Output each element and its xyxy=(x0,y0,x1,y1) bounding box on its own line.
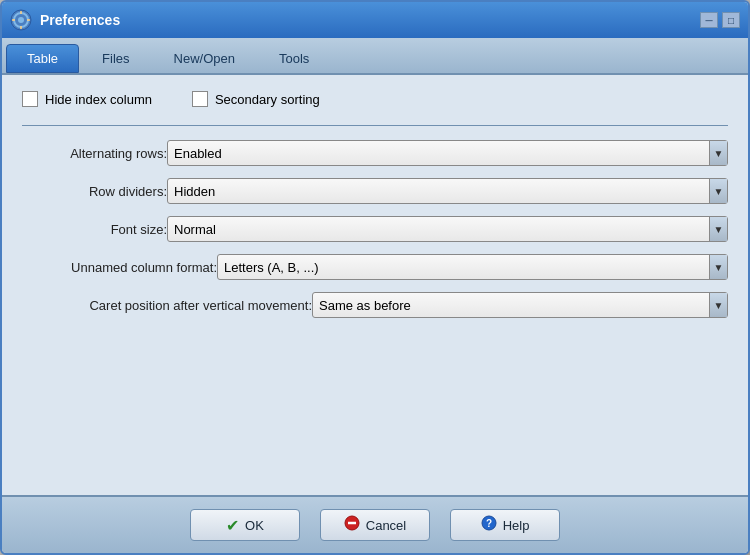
secondary-sorting-checkbox-item[interactable]: Secondary sorting xyxy=(192,91,320,107)
secondary-sorting-label: Secondary sorting xyxy=(215,92,320,107)
ok-label: OK xyxy=(245,518,264,533)
caret-position-select[interactable]: Same as before ▼ xyxy=(312,292,728,318)
unnamed-column-arrow: ▼ xyxy=(709,255,727,279)
row-dividers-select[interactable]: Hidden ▼ xyxy=(167,178,728,204)
tab-bar: Table Files New/Open Tools xyxy=(2,38,748,75)
hide-index-checkbox[interactable] xyxy=(22,91,38,107)
maximize-button[interactable]: □ xyxy=(722,12,740,28)
separator-1 xyxy=(22,125,728,126)
alternating-rows-label: Alternating rows: xyxy=(22,146,167,161)
row-dividers-arrow: ▼ xyxy=(709,179,727,203)
alternating-rows-select[interactable]: Enabled ▼ xyxy=(167,140,728,166)
row-dividers-row: Row dividers: Hidden ▼ xyxy=(22,178,728,204)
title-bar: Preferences ─ □ xyxy=(2,2,748,38)
alternating-rows-row: Alternating rows: Enabled ▼ xyxy=(22,140,728,166)
footer: ✔ OK Cancel ? Help xyxy=(2,495,748,553)
font-size-value: Normal xyxy=(174,222,709,237)
caret-position-row: Caret position after vertical movement: … xyxy=(22,292,728,318)
help-icon: ? xyxy=(481,515,497,535)
checkboxes-row: Hide index column Secondary sorting xyxy=(22,91,728,107)
font-size-row: Font size: Normal ▼ xyxy=(22,216,728,242)
secondary-sorting-checkbox[interactable] xyxy=(192,91,208,107)
ok-icon: ✔ xyxy=(226,516,239,535)
unnamed-column-select[interactable]: Letters (A, B, ...) ▼ xyxy=(217,254,728,280)
alternating-rows-arrow: ▼ xyxy=(709,141,727,165)
unnamed-column-label: Unnamed column format: xyxy=(22,260,217,275)
help-label: Help xyxy=(503,518,530,533)
cancel-label: Cancel xyxy=(366,518,406,533)
unnamed-column-value: Letters (A, B, ...) xyxy=(224,260,709,275)
caret-position-label: Caret position after vertical movement: xyxy=(22,298,312,313)
hide-index-label: Hide index column xyxy=(45,92,152,107)
content-area: Hide index column Secondary sorting Alte… xyxy=(2,75,748,495)
caret-position-arrow: ▼ xyxy=(709,293,727,317)
svg-point-2 xyxy=(18,17,24,23)
tab-table[interactable]: Table xyxy=(6,44,79,73)
alternating-rows-value: Enabled xyxy=(174,146,709,161)
cancel-icon xyxy=(344,515,360,535)
preferences-window: Preferences ─ □ Table Files New/Open Too… xyxy=(0,0,750,555)
svg-text:?: ? xyxy=(486,518,492,529)
help-button[interactable]: ? Help xyxy=(450,509,560,541)
cancel-button[interactable]: Cancel xyxy=(320,509,430,541)
hide-index-checkbox-item[interactable]: Hide index column xyxy=(22,91,152,107)
font-size-label: Font size: xyxy=(22,222,167,237)
caret-position-value: Same as before xyxy=(319,298,709,313)
ok-button[interactable]: ✔ OK xyxy=(190,509,300,541)
app-icon xyxy=(10,9,32,31)
unnamed-column-row: Unnamed column format: Letters (A, B, ..… xyxy=(22,254,728,280)
window-title: Preferences xyxy=(40,12,700,28)
font-size-arrow: ▼ xyxy=(709,217,727,241)
row-dividers-value: Hidden xyxy=(174,184,709,199)
minimize-button[interactable]: ─ xyxy=(700,12,718,28)
window-controls: ─ □ xyxy=(700,12,740,28)
tab-tools[interactable]: Tools xyxy=(258,44,330,73)
font-size-select[interactable]: Normal ▼ xyxy=(167,216,728,242)
row-dividers-label: Row dividers: xyxy=(22,184,167,199)
tab-new-open[interactable]: New/Open xyxy=(153,44,256,73)
tab-files[interactable]: Files xyxy=(81,44,150,73)
